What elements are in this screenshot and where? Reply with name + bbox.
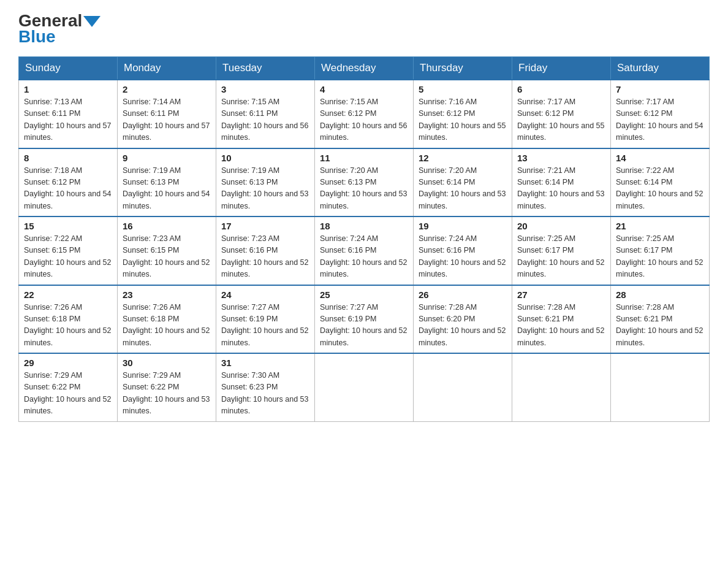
calendar-cell: 31 Sunrise: 7:30 AMSunset: 6:23 PMDaylig… <box>216 353 315 421</box>
calendar-cell: 15 Sunrise: 7:22 AMSunset: 6:15 PMDaylig… <box>19 216 118 285</box>
day-info: Sunrise: 7:27 AMSunset: 6:19 PMDaylight:… <box>320 302 408 350</box>
day-info: Sunrise: 7:20 AMSunset: 6:14 PMDaylight:… <box>419 165 507 213</box>
day-info: Sunrise: 7:25 AMSunset: 6:17 PMDaylight:… <box>517 233 605 281</box>
day-number: 30 <box>123 358 211 368</box>
calendar-cell: 22 Sunrise: 7:26 AMSunset: 6:18 PMDaylig… <box>19 285 118 354</box>
calendar-weekday-saturday: Saturday <box>611 57 710 80</box>
calendar-week-row-2: 8 Sunrise: 7:18 AMSunset: 6:12 PMDayligh… <box>19 148 710 217</box>
day-info: Sunrise: 7:19 AMSunset: 6:13 PMDaylight:… <box>123 165 211 213</box>
calendar-cell: 29 Sunrise: 7:29 AMSunset: 6:22 PMDaylig… <box>19 353 118 421</box>
logo-blue-text: Blue <box>18 28 56 45</box>
calendar-cell: 16 Sunrise: 7:23 AMSunset: 6:15 PMDaylig… <box>118 216 216 285</box>
day-number: 18 <box>320 221 408 231</box>
day-info: Sunrise: 7:18 AMSunset: 6:12 PMDaylight:… <box>24 165 112 213</box>
calendar-cell: 13 Sunrise: 7:21 AMSunset: 6:14 PMDaylig… <box>512 148 611 217</box>
day-info: Sunrise: 7:26 AMSunset: 6:18 PMDaylight:… <box>24 302 112 350</box>
day-info: Sunrise: 7:27 AMSunset: 6:19 PMDaylight:… <box>221 302 309 350</box>
day-number: 5 <box>419 84 507 94</box>
day-number: 6 <box>517 84 605 94</box>
calendar-cell: 6 Sunrise: 7:17 AMSunset: 6:12 PMDayligh… <box>512 80 611 148</box>
day-number: 12 <box>419 153 507 163</box>
calendar-cell: 1 Sunrise: 7:13 AMSunset: 6:11 PMDayligh… <box>19 80 118 148</box>
day-number: 25 <box>320 289 408 300</box>
calendar-cell: 17 Sunrise: 7:23 AMSunset: 6:16 PMDaylig… <box>216 216 315 285</box>
day-info: Sunrise: 7:22 AMSunset: 6:15 PMDaylight:… <box>24 233 112 281</box>
day-number: 17 <box>221 221 309 231</box>
day-number: 10 <box>221 153 309 163</box>
day-number: 21 <box>616 221 704 231</box>
day-info: Sunrise: 7:26 AMSunset: 6:18 PMDaylight:… <box>123 302 211 350</box>
day-number: 2 <box>123 84 211 94</box>
day-info: Sunrise: 7:29 AMSunset: 6:22 PMDaylight:… <box>123 370 211 418</box>
day-number: 13 <box>517 153 605 163</box>
day-number: 7 <box>616 84 704 94</box>
day-info: Sunrise: 7:25 AMSunset: 6:17 PMDaylight:… <box>616 233 704 281</box>
calendar-cell: 30 Sunrise: 7:29 AMSunset: 6:22 PMDaylig… <box>118 353 216 421</box>
calendar-cell: 21 Sunrise: 7:25 AMSunset: 6:17 PMDaylig… <box>611 216 710 285</box>
calendar-cell: 14 Sunrise: 7:22 AMSunset: 6:14 PMDaylig… <box>611 148 710 217</box>
day-info: Sunrise: 7:14 AMSunset: 6:11 PMDaylight:… <box>123 96 211 144</box>
calendar-cell: 10 Sunrise: 7:19 AMSunset: 6:13 PMDaylig… <box>216 148 315 217</box>
calendar-cell: 19 Sunrise: 7:24 AMSunset: 6:16 PMDaylig… <box>414 216 512 285</box>
calendar-cell: 12 Sunrise: 7:20 AMSunset: 6:14 PMDaylig… <box>414 148 512 217</box>
day-number: 14 <box>616 153 704 163</box>
calendar-week-row-3: 15 Sunrise: 7:22 AMSunset: 6:15 PMDaylig… <box>19 216 710 285</box>
day-info: Sunrise: 7:16 AMSunset: 6:12 PMDaylight:… <box>419 96 507 144</box>
calendar-cell <box>414 353 512 421</box>
day-number: 31 <box>221 358 309 368</box>
logo-arrow-icon <box>83 16 100 27</box>
day-info: Sunrise: 7:19 AMSunset: 6:13 PMDaylight:… <box>221 165 309 213</box>
day-number: 3 <box>221 84 309 94</box>
calendar-table: SundayMondayTuesdayWednesdayThursdayFrid… <box>18 56 710 422</box>
day-info: Sunrise: 7:17 AMSunset: 6:12 PMDaylight:… <box>517 96 605 144</box>
calendar-cell: 4 Sunrise: 7:15 AMSunset: 6:12 PMDayligh… <box>315 80 414 148</box>
day-number: 9 <box>123 153 211 163</box>
day-info: Sunrise: 7:15 AMSunset: 6:11 PMDaylight:… <box>221 96 309 144</box>
calendar-cell: 23 Sunrise: 7:26 AMSunset: 6:18 PMDaylig… <box>118 285 216 354</box>
calendar-cell: 20 Sunrise: 7:25 AMSunset: 6:17 PMDaylig… <box>512 216 611 285</box>
day-info: Sunrise: 7:13 AMSunset: 6:11 PMDaylight:… <box>24 96 112 144</box>
calendar-cell: 28 Sunrise: 7:28 AMSunset: 6:21 PMDaylig… <box>611 285 710 354</box>
calendar-cell: 2 Sunrise: 7:14 AMSunset: 6:11 PMDayligh… <box>118 80 216 148</box>
day-info: Sunrise: 7:17 AMSunset: 6:12 PMDaylight:… <box>616 96 704 144</box>
day-number: 26 <box>419 289 507 300</box>
day-number: 8 <box>24 153 112 163</box>
calendar-cell: 26 Sunrise: 7:28 AMSunset: 6:20 PMDaylig… <box>414 285 512 354</box>
calendar-cell: 25 Sunrise: 7:27 AMSunset: 6:19 PMDaylig… <box>315 285 414 354</box>
day-info: Sunrise: 7:30 AMSunset: 6:23 PMDaylight:… <box>221 370 309 418</box>
calendar-weekday-wednesday: Wednesday <box>315 57 414 80</box>
calendar-cell: 8 Sunrise: 7:18 AMSunset: 6:12 PMDayligh… <box>19 148 118 217</box>
calendar-cell: 7 Sunrise: 7:17 AMSunset: 6:12 PMDayligh… <box>611 80 710 148</box>
calendar-week-row-4: 22 Sunrise: 7:26 AMSunset: 6:18 PMDaylig… <box>19 285 710 354</box>
day-number: 28 <box>616 289 704 300</box>
day-number: 19 <box>419 221 507 231</box>
day-number: 23 <box>123 289 211 300</box>
day-info: Sunrise: 7:20 AMSunset: 6:13 PMDaylight:… <box>320 165 408 213</box>
day-number: 4 <box>320 84 408 94</box>
page-header: General Blue <box>18 12 710 45</box>
calendar-cell: 9 Sunrise: 7:19 AMSunset: 6:13 PMDayligh… <box>118 148 216 217</box>
day-info: Sunrise: 7:22 AMSunset: 6:14 PMDaylight:… <box>616 165 704 213</box>
day-number: 22 <box>24 289 112 300</box>
day-info: Sunrise: 7:23 AMSunset: 6:15 PMDaylight:… <box>123 233 211 281</box>
day-number: 16 <box>123 221 211 231</box>
calendar-week-row-5: 29 Sunrise: 7:29 AMSunset: 6:22 PMDaylig… <box>19 353 710 421</box>
calendar-cell <box>611 353 710 421</box>
day-info: Sunrise: 7:28 AMSunset: 6:21 PMDaylight:… <box>616 302 704 350</box>
calendar-cell: 5 Sunrise: 7:16 AMSunset: 6:12 PMDayligh… <box>414 80 512 148</box>
day-info: Sunrise: 7:24 AMSunset: 6:16 PMDaylight:… <box>320 233 408 281</box>
calendar-week-row-1: 1 Sunrise: 7:13 AMSunset: 6:11 PMDayligh… <box>19 80 710 148</box>
calendar-cell: 11 Sunrise: 7:20 AMSunset: 6:13 PMDaylig… <box>315 148 414 217</box>
day-info: Sunrise: 7:29 AMSunset: 6:22 PMDaylight:… <box>24 370 112 418</box>
calendar-cell: 18 Sunrise: 7:24 AMSunset: 6:16 PMDaylig… <box>315 216 414 285</box>
calendar-weekday-monday: Monday <box>118 57 216 80</box>
calendar-weekday-friday: Friday <box>512 57 611 80</box>
day-number: 27 <box>517 289 605 300</box>
day-info: Sunrise: 7:15 AMSunset: 6:12 PMDaylight:… <box>320 96 408 144</box>
day-number: 1 <box>24 84 112 94</box>
day-number: 11 <box>320 153 408 163</box>
calendar-cell: 27 Sunrise: 7:28 AMSunset: 6:21 PMDaylig… <box>512 285 611 354</box>
day-number: 15 <box>24 221 112 231</box>
calendar-header-row: SundayMondayTuesdayWednesdayThursdayFrid… <box>19 57 710 80</box>
day-info: Sunrise: 7:24 AMSunset: 6:16 PMDaylight:… <box>419 233 507 281</box>
